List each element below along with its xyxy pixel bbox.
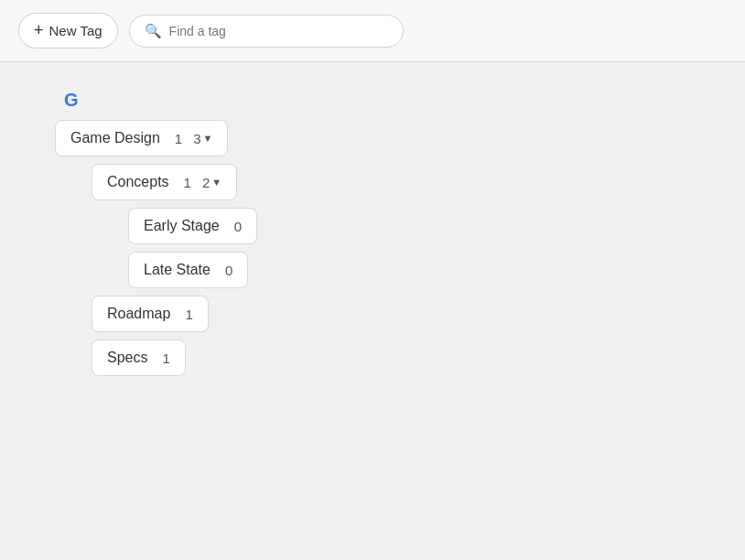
search-input[interactable] (169, 24, 388, 38)
list-item[interactable]: Game Design 1 3▼ (55, 120, 228, 156)
list-item[interactable]: Late State 0 (128, 252, 248, 288)
tag-count: 0 (225, 263, 232, 278)
chevron-down-icon: ▼ (203, 133, 213, 144)
list-item[interactable]: Concepts 1 2▼ (92, 164, 237, 200)
tag-count: 1 (175, 131, 182, 146)
list-item[interactable]: Roadmap 1 (92, 296, 209, 332)
tag-children-count: 3▼ (193, 131, 212, 146)
plus-icon: + (34, 21, 44, 40)
main-content: G Game Design 1 3▼ Concepts 1 2▼ (0, 62, 745, 411)
tag-name: Roadmap (107, 306, 170, 322)
section-letter-g: G (64, 90, 690, 111)
tag-name: Late State (144, 262, 211, 278)
tag-row-late-state: Late State 0 (128, 252, 690, 288)
tag-row-concepts: Concepts 1 2▼ (92, 164, 690, 200)
tag-count: 1 (162, 350, 169, 366)
tag-name: Game Design (70, 130, 160, 146)
list-item[interactable]: Specs 1 (92, 339, 186, 376)
tag-row-specs: Specs 1 (92, 339, 690, 376)
tag-name: Concepts (107, 174, 169, 190)
tag-count: 1 (185, 307, 192, 322)
search-icon: 🔍 (145, 23, 162, 39)
tag-name: Early Stage (144, 218, 220, 234)
toolbar: + New Tag 🔍 (0, 0, 745, 62)
new-tag-button[interactable]: + New Tag (18, 13, 118, 48)
tag-row-roadmap: Roadmap 1 (92, 296, 690, 332)
search-bar: 🔍 (129, 15, 404, 48)
tag-count: 1 (184, 175, 191, 190)
tag-row-game-design: Game Design 1 3▼ (55, 120, 690, 156)
tag-row-early-stage: Early Stage 0 (128, 208, 690, 244)
section-g: G Game Design 1 3▼ Concepts 1 2▼ (55, 90, 690, 376)
chevron-down-icon: ▼ (211, 177, 221, 188)
new-tag-label: New Tag (49, 23, 103, 38)
tag-count: 0 (234, 219, 242, 234)
list-item[interactable]: Early Stage 0 (128, 208, 257, 244)
tag-name: Specs (107, 350, 147, 366)
tag-children-count: 2▼ (202, 175, 221, 190)
